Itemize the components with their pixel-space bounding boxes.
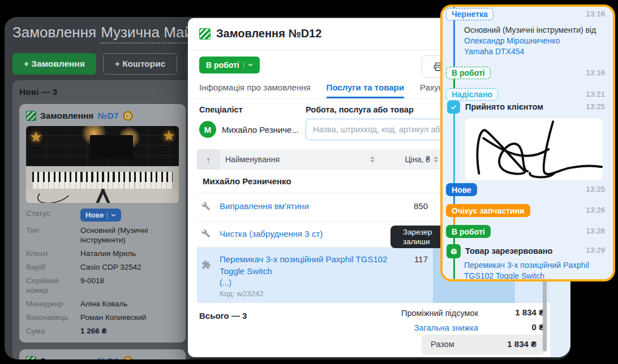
- sort-chevrons-icon: [434, 156, 438, 163]
- subtotal-label: Проміжний підсумок: [401, 309, 478, 318]
- button-separator: [243, 62, 244, 68]
- timeline-segment: [453, 109, 455, 190]
- card-status-label: Нове: [85, 210, 104, 220]
- field-value: Аліна Коваль: [80, 299, 179, 309]
- price-column-label: Ціна, ₴: [405, 155, 430, 164]
- order-card-d6[interactable]: Замовлення №D6: [19, 349, 186, 359]
- event-time: 13:16: [586, 68, 605, 77]
- page-title: ЗамовленняМузична Майстр: [12, 24, 214, 41]
- status-history-panel: Чернетка 13:16 Основний (Музичні інструм…: [440, 5, 615, 281]
- clock-icon: [125, 112, 131, 119]
- specialist-label: Спеціаліст: [199, 105, 243, 114]
- card-status-dropdown[interactable]: Нове: [80, 209, 121, 222]
- product-link[interactable]: Перемикач 3-х позиційний Paxphil TGS102 …: [220, 253, 389, 277]
- discount-link[interactable]: Загальна знижка: [414, 323, 478, 332]
- total-pill: Разом 1 834 ₴: [422, 335, 544, 355]
- wrench-icon: [201, 229, 211, 240]
- event-description: Основний (Музичні інструменти) від Олекс…: [464, 25, 607, 57]
- order-card-d7[interactable]: Замовлення №D7: [19, 104, 186, 343]
- order-status-dropdown[interactable]: В роботі: [199, 57, 260, 73]
- service-link[interactable]: Чистка (забруднення 3 ст): [220, 229, 323, 239]
- music-stand: [90, 135, 133, 159]
- clock-icon: [125, 358, 131, 359]
- order-photo[interactable]: [26, 126, 179, 203]
- device-link[interactable]: Yamaha DTX454: [464, 47, 524, 56]
- order-type-icon: [26, 356, 36, 359]
- field-label: Статус: [26, 209, 76, 218]
- add-estimate-button[interactable]: + Кошторис: [103, 53, 178, 75]
- field-value: 9-0018: [80, 276, 179, 285]
- status-badge-in-progress: В роботі: [446, 225, 491, 238]
- field-label: Виріб: [26, 262, 76, 272]
- search-label: Робота, послуга або товар: [306, 105, 414, 114]
- add-order-button[interactable]: + Замовлення: [12, 53, 96, 75]
- modal-title: Замовлення №D12: [199, 27, 321, 40]
- tab-services-goods[interactable]: Послуги та товари: [327, 78, 404, 98]
- price-value: 850: [380, 201, 428, 211]
- order-number-link[interactable]: №D6: [97, 356, 118, 359]
- product-code: Код: w23242: [220, 289, 264, 298]
- field-value: 1 266 ₴: [80, 326, 179, 336]
- chevron-down-icon: [111, 214, 116, 217]
- service-link[interactable]: Виправлення вм'ятини: [220, 201, 309, 211]
- modal-title-text: Замовлення №D12: [216, 27, 321, 40]
- subtotal-value: 1 834 ₴: [515, 307, 544, 317]
- event-time: 13:25: [586, 185, 605, 193]
- field-value: Роман Копиевский: [80, 313, 179, 322]
- price-value: 117: [380, 254, 428, 264]
- order-card-title-text: Замовлення: [40, 356, 93, 359]
- signature-image: [464, 118, 603, 181]
- field-value: Casio CDP 32542: [80, 262, 179, 272]
- total-value: 1 834 ₴: [507, 339, 537, 349]
- piano-keys: [32, 172, 173, 189]
- sort-chevrons-icon: [370, 156, 375, 163]
- specialist-avatar[interactable]: M: [199, 121, 216, 138]
- wrench-icon: [201, 202, 211, 213]
- toolbar-divider: [186, 53, 187, 75]
- field-label: Серійний номер: [26, 276, 76, 295]
- product-more-link[interactable]: (...): [220, 278, 231, 287]
- keyboard-body: [32, 166, 173, 172]
- field-label: Сума: [26, 326, 76, 336]
- price-column-header[interactable]: Ціна, ₴: [380, 149, 444, 170]
- kanban-column-new: Нові — 3 Замовлення №D7: [12, 80, 192, 359]
- field-label: Клієнт: [26, 249, 76, 258]
- order-number-link[interactable]: №D7: [97, 111, 118, 121]
- event-desc-text: Основний (Музичні інструменти) від: [464, 25, 596, 34]
- goods-reserved-label: Товар зарезервовано: [465, 246, 552, 255]
- accepted-by-client-label: Прийнято клієнтом: [465, 102, 543, 111]
- name-column-header[interactable]: Найменування: [220, 149, 380, 170]
- status-badge-new: Нове: [446, 183, 477, 196]
- status-badge-waiting-parts: Очікує запчастини: [446, 204, 530, 217]
- tab-order-info[interactable]: Інформація про замовлення: [199, 78, 311, 98]
- chevron-down-icon: [248, 63, 253, 67]
- order-status-label: В роботі: [206, 60, 239, 70]
- event-time: 13:29: [586, 246, 605, 254]
- package-icon: [447, 244, 461, 258]
- check-icon: [447, 101, 460, 114]
- sort-direction-header[interactable]: [197, 149, 220, 170]
- order-card-title: Замовлення №D6: [26, 356, 179, 359]
- total-label: Разом: [431, 340, 454, 349]
- event-time: 13:21: [586, 90, 605, 98]
- reserved-product-link[interactable]: Перемикач 3-х позиційний Paxphil TGS102 …: [464, 261, 589, 279]
- specialist-name[interactable]: Михайло Резниче...: [222, 125, 299, 135]
- event-time: 13:16: [586, 10, 605, 18]
- event-time: 13:25: [586, 102, 605, 111]
- field-value: Основний (Музичні інструменти): [80, 226, 179, 245]
- field-label: Виконавець: [26, 313, 76, 322]
- order-card-fields: Статус Нове Тип Основний (Музичні інстру…: [26, 209, 179, 336]
- name-column-label: Найменування: [225, 155, 280, 164]
- order-type-icon: [199, 28, 211, 40]
- field-label: Тип: [26, 226, 76, 235]
- event-time: 13:26: [586, 206, 605, 214]
- page-title-main: Замовлення: [12, 24, 96, 41]
- client-link[interactable]: Олександр Мірошниченко: [464, 36, 560, 45]
- field-label: Менеджер: [26, 299, 76, 309]
- status-history-content: Чернетка 13:16 Основний (Музичні інструм…: [443, 7, 613, 279]
- field-value: Нове: [80, 209, 179, 222]
- star-light-icon: [29, 129, 42, 144]
- screen: ЗамовленняМузична Майстр + Замовлення + …: [0, 0, 618, 364]
- status-badge-in-progress: В роботі: [446, 67, 491, 79]
- kanban-column-title: Нові — 3: [19, 87, 186, 97]
